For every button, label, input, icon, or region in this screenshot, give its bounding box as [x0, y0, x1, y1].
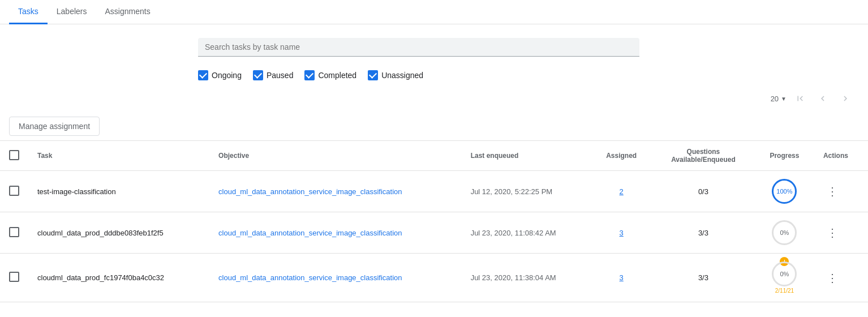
- col-header-objective: Objective: [209, 141, 462, 171]
- search-area: [0, 24, 868, 66]
- col-header-questions: Questions Available/Enqueued: [652, 141, 755, 171]
- pagination-bar: 20 ▼: [0, 85, 868, 112]
- first-page-icon: [795, 93, 805, 104]
- filter-ongoing[interactable]: Ongoing: [198, 70, 242, 80]
- table-row: test-image-classification cloud_ml_data_…: [0, 171, 868, 212]
- manage-assignment-button[interactable]: Manage assignment: [9, 117, 100, 136]
- tab-tasks[interactable]: Tasks: [9, 0, 48, 24]
- assigned-link[interactable]: 3: [620, 273, 624, 282]
- assigned-link[interactable]: 2: [620, 187, 624, 196]
- filters-row: Ongoing Paused Completed Unassigned: [0, 66, 868, 85]
- checkbox-unassigned-icon: [368, 70, 378, 80]
- filter-ongoing-label: Ongoing: [212, 71, 242, 80]
- task-name: cloudml_data_prod_dddbe083feb1f2f5: [37, 229, 164, 237]
- last-enqueued-cell: Jul 12, 2020, 5:22:25 PM: [462, 171, 591, 212]
- filter-completed[interactable]: Completed: [304, 70, 356, 80]
- col-header-actions: Actions: [814, 141, 868, 171]
- objective-link[interactable]: cloud_ml_data_annotation_service_image_c…: [218, 273, 402, 282]
- row-actions-button[interactable]: ⋮: [823, 269, 841, 287]
- filter-unassigned[interactable]: Unassigned: [368, 70, 423, 80]
- tab-labelers[interactable]: Labelers: [48, 0, 96, 24]
- progress-circle-container: ! 0%: [772, 262, 797, 286]
- assigned-cell: 3: [591, 212, 652, 254]
- questions-cell: 3/3: [652, 254, 755, 302]
- progress-circle-container: 100%: [772, 179, 797, 204]
- prev-page-button[interactable]: [814, 89, 832, 108]
- actions-cell: ⋮: [814, 171, 868, 212]
- row-actions-button[interactable]: ⋮: [823, 182, 841, 200]
- actions-cell: ⋮: [814, 212, 868, 254]
- last-enqueued-cell: Jul 23, 2020, 11:08:42 AM: [462, 212, 591, 254]
- row-checkbox-cell: [0, 171, 28, 212]
- tasks-table: Task Objective Last enqueued Assigned Qu…: [0, 140, 868, 302]
- row-checkbox-cell: [0, 254, 28, 302]
- questions-value: 3/3: [698, 229, 708, 237]
- col-header-assigned: Assigned: [591, 141, 652, 171]
- objective-cell: cloud_ml_data_annotation_service_image_c…: [209, 171, 462, 212]
- page-size-dropdown-icon[interactable]: ▼: [781, 96, 787, 102]
- actions-cell: ⋮: [814, 254, 868, 302]
- table-header-row: Task Objective Last enqueued Assigned Qu…: [0, 141, 868, 171]
- row-actions-button[interactable]: ⋮: [823, 224, 841, 242]
- filter-completed-label: Completed: [318, 71, 356, 80]
- task-name-cell: test-image-classification: [28, 171, 209, 212]
- col-header-checkbox: [0, 141, 28, 171]
- objective-cell: cloud_ml_data_annotation_service_image_c…: [209, 254, 462, 302]
- progress-cell: 0%: [755, 212, 814, 254]
- row-checkbox-1[interactable]: [9, 186, 19, 196]
- objective-link[interactable]: cloud_ml_data_annotation_service_image_c…: [218, 229, 402, 237]
- progress-wrapper: 0%: [764, 220, 805, 245]
- first-page-button[interactable]: [791, 89, 809, 108]
- objective-cell: cloud_ml_data_annotation_service_image_c…: [209, 212, 462, 254]
- filter-unassigned-label: Unassigned: [381, 71, 423, 80]
- questions-cell: 0/3: [652, 171, 755, 212]
- questions-value: 3/3: [698, 273, 708, 282]
- assigned-cell: 2: [591, 171, 652, 212]
- task-name-cell: cloudml_data_prod_fc1974f0ba4c0c32: [28, 254, 209, 302]
- prev-page-icon: [818, 93, 828, 104]
- row-checkbox-3[interactable]: [9, 272, 19, 282]
- task-name: test-image-classification: [37, 187, 116, 196]
- next-page-button[interactable]: [836, 89, 854, 108]
- progress-date: 2/11/21: [775, 288, 794, 294]
- col-header-last-enqueued: Last enqueued: [462, 141, 591, 171]
- row-checkbox-cell: [0, 212, 28, 254]
- filter-paused-label: Paused: [267, 71, 293, 80]
- toolbar: Manage assignment: [0, 112, 868, 140]
- task-name-cell: cloudml_data_prod_dddbe083feb1f2f5: [28, 212, 209, 254]
- select-all-checkbox[interactable]: [9, 150, 19, 160]
- col-header-task: Task: [28, 141, 209, 171]
- tab-assignments[interactable]: Assignments: [96, 0, 160, 24]
- progress-wrapper: ! 0% 2/11/21: [764, 262, 805, 294]
- row-checkbox-2[interactable]: [9, 227, 19, 237]
- checkbox-completed-icon: [304, 70, 315, 80]
- last-enqueued-value: Jul 23, 2020, 11:08:42 AM: [471, 229, 556, 237]
- assigned-link[interactable]: 3: [620, 229, 624, 237]
- last-enqueued-value: Jul 12, 2020, 5:22:25 PM: [471, 187, 553, 196]
- col-header-progress: Progress: [755, 141, 814, 171]
- objective-link[interactable]: cloud_ml_data_annotation_service_image_c…: [218, 187, 402, 196]
- progress-cell: 100%: [755, 171, 814, 212]
- checkbox-ongoing-icon: [198, 70, 208, 80]
- page-size-selector[interactable]: 20 ▼: [771, 95, 787, 103]
- assigned-cell: 3: [591, 254, 652, 302]
- progress-cell: ! 0% 2/11/21: [755, 254, 814, 302]
- last-enqueued-value: Jul 23, 2020, 11:38:04 AM: [471, 273, 556, 282]
- questions-cell: 3/3: [652, 212, 755, 254]
- tabs-bar: Tasks Labelers Assignments: [0, 0, 868, 24]
- progress-circle: 0%: [772, 262, 797, 286]
- questions-value: 0/3: [698, 187, 708, 196]
- search-input[interactable]: [198, 38, 639, 57]
- progress-circle: 0%: [772, 220, 797, 245]
- last-enqueued-cell: Jul 23, 2020, 11:38:04 AM: [462, 254, 591, 302]
- progress-circle-container: 0%: [772, 220, 797, 245]
- task-name: cloudml_data_prod_fc1974f0ba4c0c32: [37, 273, 164, 282]
- next-page-icon: [840, 93, 850, 104]
- table-row: cloudml_data_prod_fc1974f0ba4c0c32 cloud…: [0, 254, 868, 302]
- progress-wrapper: 100%: [764, 179, 805, 204]
- table-row: cloudml_data_prod_dddbe083feb1f2f5 cloud…: [0, 212, 868, 254]
- progress-circle: 100%: [772, 179, 797, 204]
- filter-paused[interactable]: Paused: [253, 70, 293, 80]
- checkbox-paused-icon: [253, 70, 263, 80]
- page-size-value: 20: [771, 95, 779, 103]
